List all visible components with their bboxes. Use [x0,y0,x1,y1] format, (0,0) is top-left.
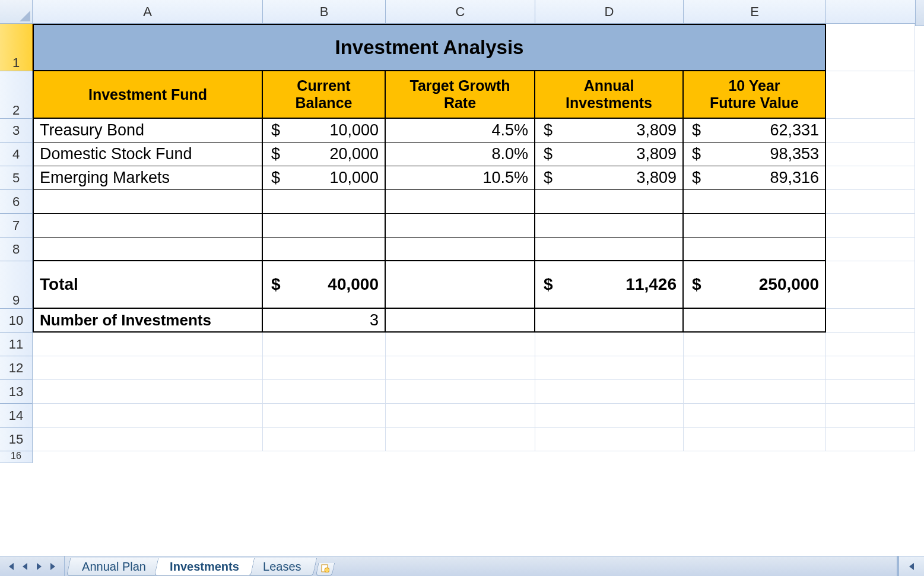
cell-D13[interactable] [535,380,684,404]
cell-F12[interactable] [826,356,915,380]
cell-D11[interactable] [535,333,684,356]
row-header-16[interactable]: 16 [0,451,33,463]
row-header-14[interactable]: 14 [0,404,33,428]
cell-B11[interactable] [263,333,386,356]
cell-D5[interactable]: $3,809 [535,166,684,190]
cell-B4[interactable]: $20,000 [263,143,386,166]
header-current-balance[interactable]: CurrentBalance [263,71,386,119]
tab-nav-prev[interactable] [18,559,32,574]
cell-E12[interactable] [684,356,826,380]
tab-nav-first[interactable] [4,559,18,574]
cell-F11[interactable] [826,333,915,356]
horizontal-scroll-left[interactable] [897,556,924,576]
row-header-5[interactable]: 5 [0,166,33,190]
cell-A5[interactable]: Emerging Markets [33,166,263,190]
cell-B12[interactable] [263,356,386,380]
cell-C15[interactable] [386,428,535,451]
cell-E14[interactable] [684,404,826,428]
cell-F9[interactable] [826,261,915,309]
cell-A12[interactable] [33,356,263,380]
cell-F3[interactable] [826,119,915,143]
cell-B9-total-balance[interactable]: $40,000 [263,261,386,309]
col-header-B[interactable]: B [263,0,386,24]
cell-F10[interactable] [826,309,915,333]
row-header-7[interactable]: 7 [0,214,33,238]
cell-C14[interactable] [386,404,535,428]
cell-D3[interactable]: $3,809 [535,119,684,143]
row-header-13[interactable]: 13 [0,380,33,404]
tab-annual-plan[interactable]: Annual Plan [66,558,161,576]
col-header-E[interactable]: E [684,0,826,24]
row-header-1[interactable]: 1 [0,24,33,71]
cell-A7[interactable] [33,214,263,238]
cell-D8[interactable] [535,238,684,261]
cell-F4[interactable] [826,143,915,166]
cell-B10-count-value[interactable]: 3 [263,309,386,333]
cell-F6[interactable] [826,190,915,214]
row-header-4[interactable]: 4 [0,143,33,166]
cell-B8[interactable] [263,238,386,261]
cell-E5[interactable]: $89,316 [684,166,826,190]
cell-D12[interactable] [535,356,684,380]
cell-D14[interactable] [535,404,684,428]
cell-E7[interactable] [684,214,826,238]
cell-C4[interactable]: 8.0% [386,143,535,166]
header-future-value[interactable]: 10 YearFuture Value [684,71,826,119]
cell-A3[interactable]: Treasury Bond [33,119,263,143]
cell-C13[interactable] [386,380,535,404]
cell-A9-total-label[interactable]: Total [33,261,263,309]
tab-nav-next[interactable] [32,559,46,574]
header-investment-fund[interactable]: Investment Fund [33,71,263,119]
cell-B7[interactable] [263,214,386,238]
cell-D7[interactable] [535,214,684,238]
cell-B6[interactable] [263,190,386,214]
cell-F15[interactable] [826,428,915,451]
cell-title[interactable]: Investment Analysis [33,24,826,71]
cell-B14[interactable] [263,404,386,428]
tab-nav-last[interactable] [46,559,61,574]
cell-A15[interactable] [33,428,263,451]
row-header-9[interactable]: 9 [0,261,33,309]
cell-F13[interactable] [826,380,915,404]
col-header-A[interactable]: A [33,0,263,24]
cell-A11[interactable] [33,333,263,356]
cell-B3[interactable]: $10,000 [263,119,386,143]
cell-A13[interactable] [33,380,263,404]
cell-E13[interactable] [684,380,826,404]
cell-A8[interactable] [33,238,263,261]
cell-D6[interactable] [535,190,684,214]
col-header-blank[interactable] [826,0,915,24]
new-sheet-button[interactable] [316,563,335,576]
cell-A14[interactable] [33,404,263,428]
tab-investments[interactable]: Investments [154,558,255,576]
cell-E15[interactable] [684,428,826,451]
cell-E10[interactable] [684,309,826,333]
row-header-10[interactable]: 10 [0,309,33,333]
cell-E4[interactable]: $98,353 [684,143,826,166]
row-header-12[interactable]: 12 [0,356,33,380]
cell-F8[interactable] [826,238,915,261]
cell-A10-count-label[interactable]: Number of Investments [33,309,263,333]
vertical-scrollbar-stub[interactable] [915,0,924,26]
cell-C12[interactable] [386,356,535,380]
cell-F5[interactable] [826,166,915,190]
cell-C6[interactable] [386,190,535,214]
cell-F2[interactable] [826,71,915,119]
col-header-D[interactable]: D [535,0,684,24]
row-header-11[interactable]: 11 [0,333,33,356]
header-annual-investments[interactable]: AnnualInvestments [535,71,684,119]
col-header-C[interactable]: C [386,0,535,24]
cell-D9-total-annual[interactable]: $11,426 [535,261,684,309]
cell-C11[interactable] [386,333,535,356]
cell-B15[interactable] [263,428,386,451]
cell-D4[interactable]: $3,809 [535,143,684,166]
cell-E6[interactable] [684,190,826,214]
row-header-6[interactable]: 6 [0,190,33,214]
cell-F14[interactable] [826,404,915,428]
cell-C7[interactable] [386,214,535,238]
select-all-corner[interactable] [0,0,33,24]
cell-D15[interactable] [535,428,684,451]
row-header-15[interactable]: 15 [0,428,33,451]
cell-C8[interactable] [386,238,535,261]
cell-C9[interactable] [386,261,535,309]
